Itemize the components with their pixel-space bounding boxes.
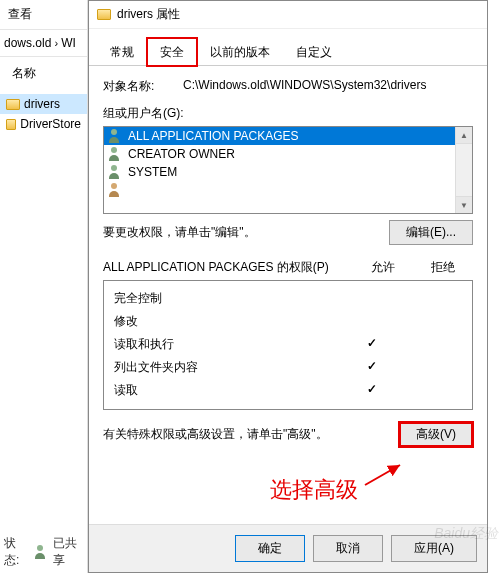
edit-button[interactable]: 编辑(E)... [389,220,473,245]
column-header-name[interactable]: 名称 [0,57,87,90]
advanced-button[interactable]: 高级(V) [399,422,473,447]
view-button[interactable]: 查看 [8,7,32,21]
folder-icon [6,119,16,130]
object-name-value: C:\Windows.old\WINDOWS\System32\drivers [183,78,473,95]
permission-row: 读取和执行 [114,333,462,356]
group-label: CREATOR OWNER [128,147,235,161]
list-item[interactable]: DriverStore [0,114,87,134]
explorer-toolbar: 查看 [0,0,87,30]
tab-customize[interactable]: 自定义 [283,38,345,66]
perm-deny [402,382,462,399]
advanced-hint: 有关特殊权限或高级设置，请单击"高级"。 [103,426,399,443]
scroll-up[interactable]: ▲ [456,127,472,144]
titlebar[interactable]: drivers 属性 [89,1,487,29]
crumb-2[interactable]: WI [61,36,76,50]
allow-header: 允许 [353,259,413,276]
group-icon [108,165,124,179]
apply-button[interactable]: 应用(A) [391,535,477,562]
tab-strip: 常规 安全 以前的版本 自定义 [89,29,487,66]
permission-row: 读取 [114,379,462,402]
status-bar: 状态: 已共享 [4,535,87,569]
perm-name: 读取和执行 [114,336,342,353]
tab-content: 对象名称: C:\Windows.old\WINDOWS\System32\dr… [89,66,487,524]
group-item[interactable]: ALL APPLICATION PACKAGES [104,127,455,145]
group-item[interactable] [104,181,455,199]
group-icon [108,129,124,143]
perm-allow [342,359,402,376]
permissions-title: ALL APPLICATION PACKAGES 的权限(P) [103,259,353,276]
perm-name: 读取 [114,382,342,399]
groups-listbox[interactable]: ALL APPLICATION PACKAGES CREATOR OWNER S… [103,126,473,214]
permissions-list: 完全控制修改读取和执行列出文件夹内容读取 [103,280,473,410]
group-icon [108,147,124,161]
group-item[interactable]: CREATOR OWNER [104,145,455,163]
perm-name: 完全控制 [114,290,342,307]
folder-icon [97,9,111,20]
item-label: DriverStore [20,117,81,131]
scroll-down[interactable]: ▼ [456,196,472,213]
tab-general[interactable]: 常规 [97,38,147,66]
cancel-button[interactable]: 取消 [313,535,383,562]
perm-deny [402,336,462,353]
user-icon [108,183,124,197]
item-label: drivers [24,97,60,111]
perm-name: 列出文件夹内容 [114,359,342,376]
object-name-label: 对象名称: [103,78,183,95]
explorer-window: 查看 dows.old › WI 名称 drivers DriverStore … [0,0,88,573]
permission-row: 列出文件夹内容 [114,356,462,379]
list-item[interactable]: drivers [0,94,87,114]
perm-name: 修改 [114,313,342,330]
tab-previous-versions[interactable]: 以前的版本 [197,38,283,66]
perm-deny [402,290,462,307]
groups-label: 组或用户名(G): [103,105,473,122]
perm-deny [402,313,462,330]
window-title: drivers 属性 [117,6,180,23]
ok-button[interactable]: 确定 [235,535,305,562]
group-item[interactable]: SYSTEM [104,163,455,181]
permission-row: 修改 [114,310,462,333]
scrollbar[interactable]: ▲ ▼ [455,127,472,213]
shared-icon [34,545,49,559]
perm-allow [342,313,402,330]
breadcrumb[interactable]: dows.old › WI [0,30,87,57]
group-label: ALL APPLICATION PACKAGES [128,129,299,143]
deny-header: 拒绝 [413,259,473,276]
perm-deny [402,359,462,376]
perm-allow [342,290,402,307]
crumb-1[interactable]: dows.old [4,36,51,50]
properties-dialog: drivers 属性 常规 安全 以前的版本 自定义 对象名称: C:\Wind… [88,0,488,573]
permission-row: 完全控制 [114,287,462,310]
edit-hint: 要更改权限，请单击"编辑"。 [103,224,389,241]
folder-icon [6,99,20,110]
file-list: drivers DriverStore [0,90,87,138]
dialog-buttons: 确定 取消 应用(A) [89,524,487,572]
tab-security[interactable]: 安全 [147,38,197,66]
group-label: SYSTEM [128,165,177,179]
perm-allow [342,382,402,399]
perm-allow [342,336,402,353]
